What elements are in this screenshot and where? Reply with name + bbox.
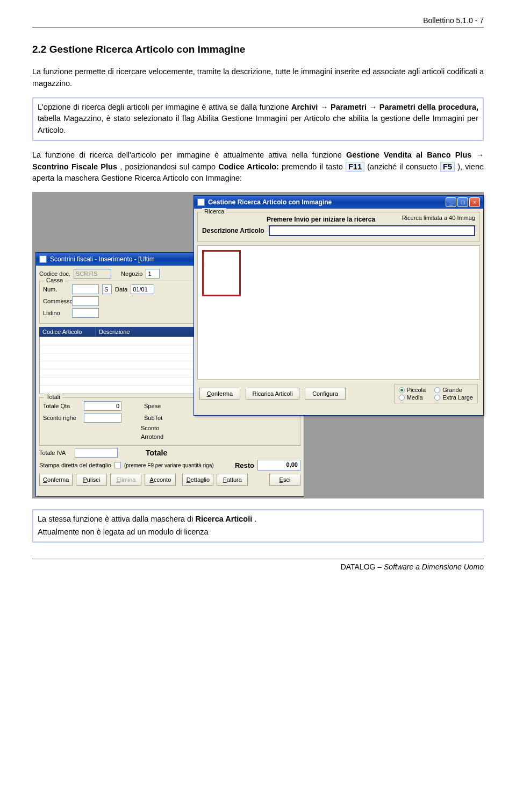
window-title: Scontrini fiscali - Inserimento - [Ultim — [50, 255, 155, 263]
info-bold-archivi: Archivi — [291, 103, 318, 111]
elimina-button[interactable]: Elimina — [110, 474, 141, 486]
app-icon — [39, 255, 47, 263]
size-radio-group: Piccola Grande Media Extra Large — [394, 384, 478, 403]
radio-dot-icon — [434, 395, 440, 401]
group-totali-title: Totali — [44, 394, 62, 400]
footer-tag: – Software a Dimensione Uomo — [375, 562, 484, 571]
minimize-icon[interactable]: _ — [446, 197, 456, 207]
num-input[interactable] — [72, 284, 99, 294]
subtot-label: SubTot — [144, 415, 162, 421]
thumbnail-area[interactable] — [197, 245, 480, 380]
text: La funzione di ricerca dell'articolo per… — [32, 151, 346, 159]
arrow-icon: → — [320, 103, 331, 111]
num-label: Num. — [43, 286, 69, 293]
commesso-input[interactable] — [72, 296, 99, 306]
codice-doc-label: Codice doc. — [39, 270, 70, 277]
text: , posizionandosi sul campo — [120, 162, 218, 171]
window-ricerca-immagine: Gestione Ricerca Articolo con Immagine _… — [194, 195, 484, 416]
maximize-icon[interactable]: □ — [457, 197, 468, 207]
listino-input[interactable] — [72, 308, 99, 318]
app-icon — [197, 198, 205, 206]
info-bold-parametri: Parametri — [331, 103, 367, 111]
info-text: tabella Magazzino, è stato selezionato i… — [38, 114, 478, 134]
spese-label: Spese — [144, 403, 161, 409]
search-group: Ricerca Ricerca limitata a 40 Immag Prem… — [197, 212, 480, 242]
search-legend: Ricerca — [202, 208, 226, 215]
bold-codice: Codice Articolo: — [218, 162, 279, 171]
key-f11: F11 — [346, 162, 364, 172]
text: premendo il tasto — [282, 162, 346, 171]
hint-f9: (premere F9 per variare quantità riga) — [124, 462, 214, 468]
footer-brand: DATALOG — [341, 562, 376, 571]
text: . — [254, 515, 256, 523]
sconto-label: Sconto — [141, 425, 159, 431]
radio-media[interactable]: Media — [399, 394, 426, 401]
totale-label: Totale — [146, 448, 167, 457]
intro-paragraph: La funzione permette di ricercare veloce… — [32, 66, 484, 90]
info-bold-parametri-proc: Parametri della procedura, — [379, 103, 478, 111]
radio-extra[interactable]: Extra Large — [434, 394, 473, 401]
text: Attualmente non è legata ad un modulo di… — [38, 526, 478, 538]
descrizione-input[interactable] — [269, 225, 475, 236]
ricarica-button[interactable]: Ricarica Articoli — [246, 388, 299, 400]
text: (anziché il consueto — [367, 162, 440, 171]
conferma-button[interactable]: Conferma — [199, 388, 240, 400]
listino-label: Listino — [43, 310, 69, 316]
data-label: Data — [115, 286, 127, 293]
num-s-input[interactable]: S — [102, 284, 112, 294]
negozio-label: Negozio — [121, 270, 142, 277]
radio-grande[interactable]: Grande — [434, 387, 473, 393]
stampa-label: Stampa diretta del dettaglio — [39, 462, 111, 468]
stampa-checkbox[interactable] — [114, 462, 121, 468]
arrow-icon: → — [476, 151, 484, 159]
text: La stessa funzione è attiva dalla masche… — [38, 515, 195, 523]
configura-button[interactable]: Configura — [305, 388, 346, 400]
search-limit-label: Ricerca limitata a 40 Immag — [402, 215, 475, 221]
data-input[interactable]: 01/01 — [131, 284, 154, 294]
bold-gestione: Gestione Vendita al Banco Plus — [346, 151, 471, 159]
page-footer: DATALOG – Software a Dimensione Uomo — [32, 559, 484, 571]
radio-dot-icon — [434, 387, 440, 393]
section-title: 2.2 Gestione Ricerca Articolo con Immagi… — [32, 44, 484, 55]
sconto-righe-value — [84, 413, 121, 423]
totale-qta-label: Totale Qta — [43, 403, 81, 409]
radio-piccola[interactable]: Piccola — [399, 387, 426, 393]
title-bar-front[interactable]: Gestione Ricerca Articolo con Immagine _… — [194, 196, 483, 209]
conferma-button[interactable]: Conferma — [39, 474, 73, 486]
usage-paragraph: La funzione di ricerca dell'articolo per… — [32, 149, 484, 184]
info-text: L'opzione di ricerca degli articoli per … — [38, 103, 291, 111]
thumbnail-selected[interactable] — [202, 250, 241, 296]
info-box-option: L'opzione di ricerca degli articoli per … — [32, 97, 484, 141]
key-f5: F5 — [440, 162, 455, 172]
arrot-label: Arrotond — [141, 433, 163, 440]
info-box-bottom: La stessa funzione è attiva dalla masche… — [32, 509, 484, 543]
resto-value: 0,00 — [257, 460, 300, 471]
pulisci-button[interactable]: Pulisci — [76, 474, 107, 486]
radio-dot-icon — [399, 387, 405, 393]
acconto-button[interactable]: Acconto — [145, 474, 176, 486]
totale-qta-value: 0 — [84, 401, 121, 411]
page-header: Bollettino 5.1.0 - 7 — [32, 16, 484, 27]
totale-iva-value — [75, 448, 118, 458]
sconto-righe-label: Sconto righe — [43, 415, 81, 421]
bold-scontrino: Scontrino Fiscale Plus — [32, 162, 117, 171]
window-title: Gestione Ricerca Articolo con Immagine — [208, 198, 332, 206]
close-icon[interactable]: × — [469, 197, 480, 207]
dettaglio-button[interactable]: Dettaglio — [182, 474, 213, 486]
radio-dot-icon — [399, 395, 405, 401]
bold-ricerca-articoli: Ricerca Articoli — [195, 515, 252, 523]
descrizione-label: Descrizione Articolo — [202, 227, 264, 234]
negozio-input[interactable]: 1 — [146, 269, 160, 279]
totale-iva-label: Totale IVA — [39, 450, 71, 456]
fattura-button[interactable]: Fattura — [217, 474, 248, 486]
group-cassa-title: Cassa — [44, 277, 65, 283]
resto-label: Resto — [235, 461, 254, 469]
codice-doc-select[interactable]: SCRFIS — [74, 269, 111, 279]
col-codice[interactable]: Codice Articolo — [39, 327, 96, 337]
screenshot: Scontrini fiscali - Inserimento - [Ultim… — [32, 192, 484, 498]
arrow-icon: → — [369, 103, 379, 111]
commesso-label: Commesso — [43, 298, 69, 304]
esci-button[interactable]: Esci — [269, 474, 300, 486]
